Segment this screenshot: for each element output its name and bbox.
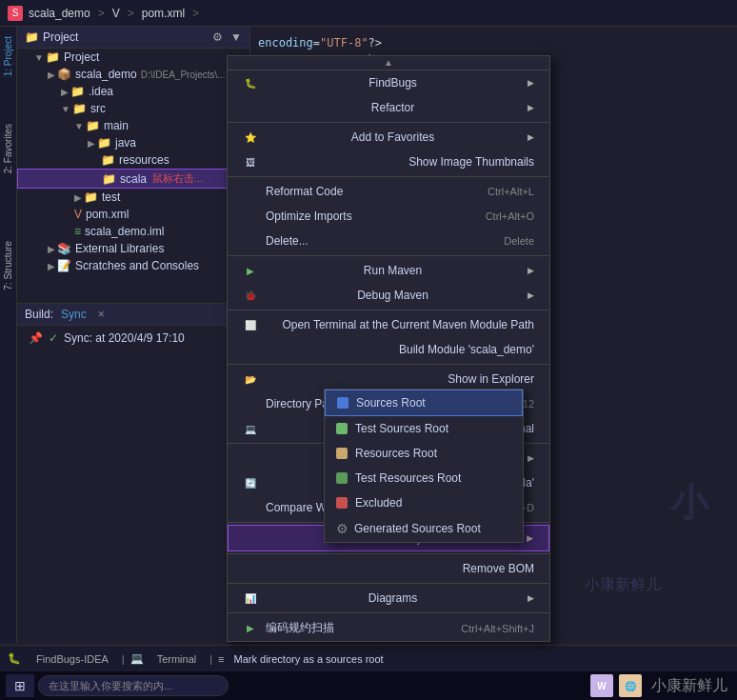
run-maven-icon: ▶: [243, 263, 258, 278]
compare-icon: [243, 500, 258, 515]
sidebar-tab-favorites[interactable]: 2: Favorites: [3, 124, 13, 173]
left-panel-tabs: 1: Project 2: Favorites 7: Structure: [0, 27, 17, 643]
build-sync-tab[interactable]: Sync: [61, 308, 87, 321]
tree-label-idea: .idea: [89, 85, 113, 98]
submenu-label-gen-sources: Generated Sources Root: [354, 522, 481, 535]
submenu-item-test-resources[interactable]: Test Resources Root: [325, 466, 523, 490]
menu-scroll-top[interactable]: ▲: [228, 56, 549, 70]
tree-item-project[interactable]: ▼ 📁 Project: [17, 49, 249, 66]
status-bar: 🐛 FindBugs-IDEA | 💻 Terminal | ≡ Mark di…: [0, 645, 737, 671]
arrow-icon-scratches: ▶: [48, 261, 55, 271]
submenu-label-test-resources: Test Resources Root: [355, 471, 461, 485]
tree-item-resources[interactable]: 📁 resources: [17, 151, 249, 169]
sidebar-gear-icon[interactable]: ⚙: [212, 30, 223, 44]
status-sep: |: [122, 653, 125, 665]
findbugs-status-icon: 🐛: [8, 652, 21, 665]
menu-item-diagrams[interactable]: 📊 Diagrams: [228, 586, 549, 610]
tree-item-java[interactable]: ▶ 📁 java: [17, 134, 249, 151]
sidebar-tab-project[interactable]: 1: Project: [3, 36, 13, 76]
sidebar-tab-structure[interactable]: 7: Structure: [3, 241, 13, 290]
menu-item-debug-maven[interactable]: 🐞 Debug Maven: [228, 283, 549, 308]
test-sources-icon: [336, 423, 348, 434]
status-findbugs[interactable]: FindBugs-IDEA: [29, 651, 116, 667]
menu-label-code-scan: 编码规约扫描: [266, 620, 334, 636]
menu-item-reformat[interactable]: Reformat Code Ctrl+Alt+L: [228, 179, 549, 204]
taskbar-app-word[interactable]: W: [590, 674, 613, 697]
taskbar-app-browser[interactable]: 🌐: [619, 674, 642, 697]
status-message: Mark directory as a sources root: [234, 653, 384, 665]
tree-item-iml[interactable]: ≡ scala_demo.iml: [17, 223, 249, 240]
file-name: pom.xml: [142, 7, 185, 20]
menu-item-build-module[interactable]: Build Module 'scala_demo': [228, 337, 549, 362]
menu-item-code-scan[interactable]: ▶ 编码规约扫描 Ctrl+Alt+Shift+J: [228, 615, 549, 641]
path-label: D:\IDEA_Projects\...: [141, 70, 226, 80]
menu-item-open-terminal-maven[interactable]: ⬜ Open Terminal at the Current Maven Mod…: [228, 312, 549, 337]
menu-label-show-explorer: Show in Explorer: [448, 372, 534, 386]
submenu-item-excluded[interactable]: Excluded: [325, 490, 523, 515]
tree-item-src[interactable]: ▼ 📁 src: [17, 100, 249, 117]
tree-item-ext-libs[interactable]: ▶ 📚 External Libraries: [17, 240, 249, 257]
tree-item-main[interactable]: ▼ 📁 main: [17, 117, 249, 134]
delete-shortcut: Delete: [485, 235, 534, 247]
build-close-btn[interactable]: ×: [98, 308, 105, 321]
tree-label-resources: resources: [119, 153, 169, 167]
taskbar: ⊞ 在这里输入你要搜索的内... W 🌐 小康新鲜儿: [0, 671, 737, 700]
tree-label-iml: scala_demo.iml: [85, 225, 164, 238]
menu-label-favorites: Add to Favorites: [351, 130, 434, 144]
menu-item-thumbnails[interactable]: 🖼 Show Image Thumbnails: [228, 150, 549, 174]
tree-label-extlibs: External Libraries: [75, 242, 164, 255]
context-menu: ▲ 🐛 FindBugs Refactor ⭐ Add to Favorites…: [227, 55, 550, 642]
status-terminal[interactable]: Terminal: [149, 651, 205, 667]
open-terminal-icon: 💻: [243, 421, 258, 436]
tree-item-scalademo[interactable]: ▶ 📦 scala_demo D:\IDEA_Projects\...: [17, 66, 249, 83]
tree-label-project: Project: [64, 50, 99, 64]
windows-start-button[interactable]: ⊞: [6, 674, 34, 697]
scala-folder-icon: 📁: [102, 172, 116, 186]
optimize-shortcut: Ctrl+Alt+O: [467, 210, 534, 222]
findbugs-icon: 🐛: [243, 75, 258, 90]
menu-item-run-maven[interactable]: ▶ Run Maven: [228, 258, 549, 283]
tree-label-scala: scala: [120, 172, 147, 186]
watermark2: 小康新鲜儿: [585, 575, 661, 595]
tree-item-test[interactable]: ▶ 📁 test: [17, 189, 249, 206]
submenu-item-resources[interactable]: Resources Root: [325, 441, 523, 466]
taskbar-search-box[interactable]: 在这里输入你要搜索的内...: [38, 675, 229, 696]
resources-icon: [336, 448, 348, 459]
project-sidebar: 📁 Project ⚙ ▼ ▼ 📁 Project ▶ 📦 scala_demo…: [17, 27, 250, 643]
submenu-item-sources-root[interactable]: Sources Root: [325, 390, 523, 416]
sep3: >: [192, 7, 199, 20]
search-placeholder: 在这里输入你要搜索的内...: [49, 679, 172, 693]
menu-item-optimize[interactable]: Optimize Imports Ctrl+Alt+O: [228, 204, 549, 229]
tree-item-idea[interactable]: ▶ 📁 .idea: [17, 83, 249, 100]
reformat-shortcut: Ctrl+Alt+L: [468, 186, 534, 197]
menu-item-delete[interactable]: Delete... Delete: [228, 229, 549, 253]
menu-item-favorites[interactable]: ⭐ Add to Favorites: [228, 125, 549, 150]
menu-item-refactor[interactable]: Refactor: [228, 95, 549, 120]
delete-icon: [243, 233, 258, 249]
menu-item-remove-bom[interactable]: Remove BOM: [228, 556, 549, 581]
project-folder-icon: 📁: [46, 50, 60, 64]
separator-3: [228, 255, 549, 256]
explorer-icon: 📂: [243, 371, 258, 387]
arrow-icon-extlibs: ▶: [48, 244, 55, 254]
resources-folder-icon: 📁: [101, 153, 115, 167]
markdir-icon: [244, 530, 259, 546]
tree-item-scala[interactable]: 📁 scala 鼠标右击...: [17, 169, 249, 189]
menu-label-run-maven: Run Maven: [364, 264, 422, 277]
sync-pin-icon: 📌: [29, 331, 43, 345]
tree-item-pom[interactable]: V pom.xml: [17, 206, 249, 223]
title-bar: S scala_demo > V > pom.xml >: [0, 0, 737, 27]
submenu-item-test-sources[interactable]: Test Sources Root: [325, 416, 523, 441]
sync-text: Sync: at 2020/4/9 17:10: [64, 331, 185, 345]
menu-item-findbugs[interactable]: 🐛 FindBugs: [228, 70, 549, 95]
menu-label-open-terminal-maven: Open Terminal at the Current Maven Modul…: [282, 318, 534, 331]
submenu-item-gen-sources[interactable]: ⚙ Generated Sources Root: [325, 515, 523, 542]
menu-label-debug-maven: Debug Maven: [357, 289, 428, 302]
sidebar-dropdown-icon[interactable]: ▼: [230, 30, 242, 44]
taskbar-notification-area: 小康新鲜儿: [651, 676, 727, 696]
tree-item-scratches[interactable]: ▶ 📝 Scratches and Consoles: [17, 257, 249, 274]
status-sep2: |: [209, 653, 212, 665]
tree-label-pom: pom.xml: [86, 208, 129, 221]
submenu-label-excluded: Excluded: [355, 496, 402, 510]
sidebar-folder-icon: 📁: [25, 30, 39, 44]
